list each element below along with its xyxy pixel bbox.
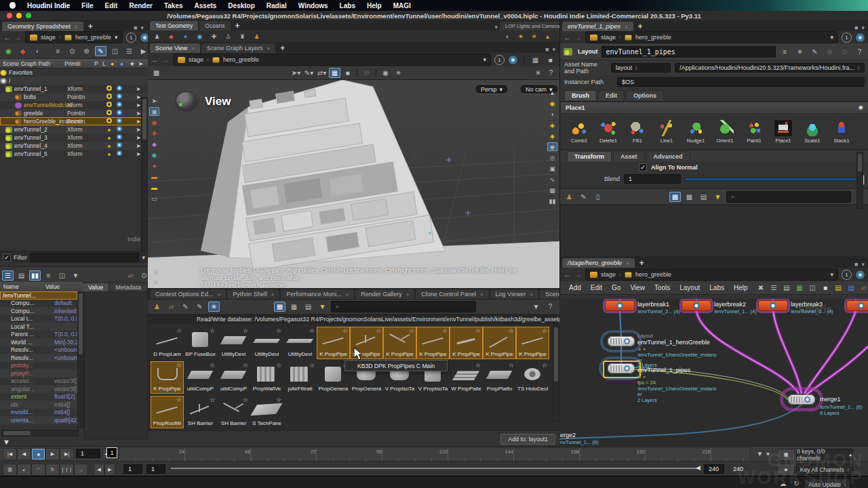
activation-toggle[interactable] (105, 85, 113, 92)
snapping-cube-icon[interactable]: ▦ (530, 55, 541, 65)
path-crumb[interactable]: stage › hero_greeble ▾ (173, 54, 491, 66)
pane-menu-icon[interactable]: ▾ (552, 46, 555, 53)
activation-toggle[interactable] (105, 150, 113, 157)
favorite-star-icon[interactable]: ☆ (243, 362, 248, 369)
forward-icon[interactable]: → (14, 33, 22, 41)
param-name[interactable]: prototy... (0, 362, 54, 369)
menu-item[interactable]: Render (129, 2, 152, 9)
asset-cell[interactable]: ☆ PropWallVe (250, 361, 283, 394)
close-icon[interactable]: × (267, 45, 271, 52)
tool-pighead-icon[interactable]: ◆ (166, 32, 176, 41)
pane-maximize-icon[interactable]: ■ (134, 24, 137, 31)
key-all-channels[interactable]: Key All Channels↕ (796, 464, 853, 475)
viewport-help-icon[interactable]: ? (545, 68, 557, 78)
node-label[interactable]: Favorites (9, 69, 33, 76)
activation-toggle[interactable] (105, 118, 113, 125)
tree-row[interactable]: envTunnel_2 Xform · ➤ (0, 125, 148, 134)
tree-view-icon[interactable]: ☰ (2, 270, 14, 281)
tab-transform[interactable]: Transform (567, 151, 612, 161)
tick-marks-icon[interactable]: ❘❘❘ (60, 464, 74, 476)
node-label[interactable]: envTunnel_2 (14, 126, 47, 133)
tab-performance-monitor[interactable]: Performance Moni...× (281, 289, 354, 299)
favorite-star-icon[interactable]: ☆ (342, 327, 348, 334)
crumb-root[interactable]: stage (41, 34, 56, 41)
blend-slider[interactable] (685, 178, 865, 180)
network-menu-item[interactable]: Help (729, 283, 753, 293)
node-label[interactable]: bolts (24, 94, 36, 100)
layout-search-input[interactable]: ⌕ (726, 191, 851, 203)
favorite-star-icon[interactable]: ☆ (210, 396, 215, 403)
layout-brush-icon[interactable]: ▬ (149, 172, 159, 181)
menu-item[interactable]: Radial (267, 2, 287, 9)
favorites-filter-icon[interactable]: ▼ (712, 192, 724, 202)
asset-cell[interactable]: ☆ K PropPipe (483, 327, 516, 359)
visibility-toggle[interactable] (115, 142, 123, 149)
param-row[interactable]: Compu... inherited (0, 307, 77, 315)
pin-icon[interactable] (508, 55, 518, 65)
pane-menu-icon[interactable]: ▾ (140, 24, 144, 31)
asset-icon[interactable]: ♟ (151, 302, 163, 312)
asset-icon[interactable]: ♟ (564, 192, 575, 202)
param-name[interactable]: /envTunnel... (0, 292, 46, 299)
tab-clone-control[interactable]: Clone Control Panel× (416, 289, 488, 299)
render-view-icon[interactable]: ◉ (380, 68, 391, 78)
pause-display-icon[interactable]: ▮▮ (547, 197, 557, 205)
range-slider[interactable] (171, 468, 698, 469)
new-tab-button[interactable]: + (85, 22, 96, 31)
jump-to-start-button[interactable]: |◀ (3, 448, 17, 460)
param-row[interactable]: extent float3[2]: [( (0, 393, 77, 401)
xray-icon[interactable]: ▣ (547, 164, 557, 173)
menu-item[interactable]: Labs (340, 2, 355, 9)
crumb-root[interactable]: stage (601, 271, 616, 278)
shelf-tab-oceans[interactable]: Oceans (199, 21, 230, 30)
tab-brush[interactable]: Brush (564, 90, 597, 100)
activation-toggle[interactable] (105, 126, 113, 133)
favorite-star-icon[interactable]: ☆ (475, 327, 481, 334)
zoom-icon[interactable]: ⊕ (81, 46, 92, 56)
param-name[interactable]: Local T... (0, 323, 54, 330)
move-tool-icon[interactable]: ⇄▾ (316, 68, 328, 78)
edit-icon[interactable]: ✎ (180, 302, 191, 312)
pane-maximize-icon[interactable]: ■ (854, 261, 858, 268)
timeline-ruler[interactable]: 24487296120144168192216 (119, 447, 751, 462)
network-editor[interactable]: Solaris layerbreak1 /envTunnel_2... (4) … (559, 299, 868, 446)
crumb-node[interactable]: hero_greeble (635, 271, 671, 278)
brush-tool[interactable]: Fill1 (624, 120, 651, 144)
col-p[interactable]: P (94, 60, 102, 67)
back-icon[interactable]: ← (151, 56, 159, 64)
param-scrollbar[interactable] (77, 291, 84, 428)
asset-cell[interactable]: ☆ PropPlatfo (483, 361, 516, 394)
visibility-toggle[interactable] (115, 118, 123, 125)
navigation-help-icon[interactable]: ◉ (151, 277, 161, 286)
param-row[interactable]: prototy... (0, 362, 77, 370)
tab-advanced[interactable]: Advanced (646, 151, 690, 161)
favorite-star-icon[interactable]: ☆ (243, 396, 248, 403)
node-label[interactable]: / (9, 77, 10, 84)
flat-list-icon[interactable]: ☰ (123, 46, 135, 56)
close-icon[interactable]: × (75, 24, 78, 30)
stop-button[interactable]: ■ (31, 448, 45, 460)
favorite-star-icon[interactable]: ☆ (442, 327, 448, 334)
pose-icon[interactable]: ✚ (149, 129, 159, 138)
menu-item[interactable]: Desktop (228, 2, 254, 9)
draw-mode-dot[interactable]: · (125, 144, 133, 148)
param-row[interactable]: /envTunnel... (0, 291, 77, 300)
asset-cell[interactable]: ☆ pAirFiltrati (283, 361, 317, 394)
favorite-star-icon[interactable]: ☆ (409, 327, 414, 334)
favorite-star-icon[interactable]: ☆ (176, 396, 182, 403)
pane-menu-icon[interactable]: ▾ (861, 24, 865, 31)
param-name[interactable]: invisibl... (0, 409, 54, 415)
update-mode-select[interactable]: Auto Update↕ (804, 479, 850, 488)
node-gear-icon[interactable]: ✳ (794, 47, 806, 57)
tab-geometry-spreadsheet[interactable]: Geometry Spreadsheet× (2, 22, 83, 31)
asset-cell[interactable]: ☆ K PropPipe (151, 361, 184, 394)
visibility-toggle[interactable] (115, 134, 123, 141)
network-menu-item[interactable]: Layout (675, 283, 705, 293)
tab-scene-graph-layers[interactable]: Scene Graph Layers× (201, 43, 275, 53)
node-merge1[interactable] (788, 394, 815, 405)
lights-filter-icon[interactable]: ◖ (31, 46, 43, 56)
grid-small-icon[interactable]: ▩ (669, 192, 681, 202)
selectable-icon[interactable]: ➤ (134, 86, 142, 92)
channel-scope-icon[interactable]: ▦ (777, 449, 795, 461)
link-badge[interactable]: 1 (842, 33, 852, 43)
